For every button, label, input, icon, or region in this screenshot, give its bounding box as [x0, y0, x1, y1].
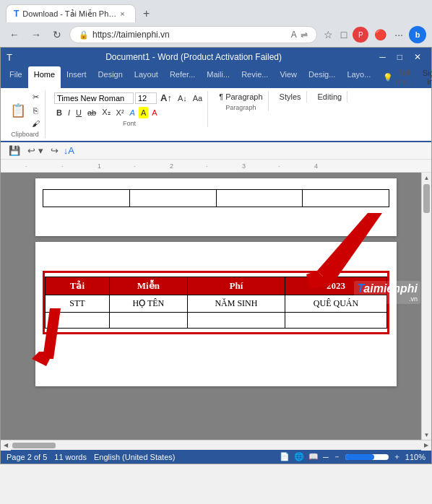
zoom-out-button[interactable]: － — [333, 451, 341, 462]
subheader-cell-1[interactable]: STT — [46, 295, 110, 313]
paste-button[interactable]: 📋 — [8, 101, 28, 120]
back-button[interactable]: ← — [6, 27, 23, 43]
scroll-down-button[interactable]: ▼ — [422, 430, 431, 440]
favorites-button[interactable]: ☆ — [321, 27, 335, 43]
sign-in-button[interactable]: Sign in — [423, 69, 432, 86]
bold-button[interactable]: B — [54, 107, 64, 118]
word-close-button[interactable]: ✕ — [410, 51, 425, 64]
italic-button[interactable]: I — [66, 107, 72, 118]
table-cell[interactable] — [303, 190, 389, 207]
empty-cell[interactable] — [109, 313, 187, 329]
word-minimize-button[interactable]: ─ — [375, 51, 390, 64]
tab-layout[interactable]: Layout — [129, 66, 164, 88]
tab-bar: T Download - Tải Miễn Phí VN - P... × + — [0, 0, 432, 22]
subheader-cell-3[interactable]: NĂM SINH — [187, 295, 285, 313]
increase-font-button[interactable]: A↑ — [158, 91, 174, 105]
vertical-scrollbar[interactable]: ▲ ▼ — [421, 173, 431, 440]
refresh-button[interactable]: ↻ — [49, 27, 65, 43]
horizontal-scrollbar[interactable]: ◀ ▶ — [1, 440, 431, 450]
superscript-button[interactable]: X² — [114, 107, 126, 118]
view-mode-print-button[interactable]: 📄 — [280, 452, 290, 461]
decrease-font-button[interactable]: A↓ — [176, 92, 189, 104]
main-table: Tải Miễn Phí 2023 STT HỌ TÊN NĂM SINH QU… — [45, 277, 387, 329]
address-bar[interactable]: 🔒 https://taimienphi.vn A ⇌ — [69, 26, 317, 43]
tab-home[interactable]: Home — [28, 66, 61, 88]
table-cell[interactable] — [216, 190, 303, 207]
zoom-in-button[interactable]: ＋ — [393, 451, 401, 462]
header-cell-3[interactable]: Phí — [187, 277, 285, 295]
word-window-controls: ─ □ ✕ — [375, 51, 425, 64]
word-document-title: Document1 - Word (Product Activation Fai… — [17, 52, 371, 62]
language-indicator[interactable]: English (United States) — [94, 453, 176, 461]
doc-scroll-area[interactable]: Tải Miễn Phí 2023 STT HỌ TÊN NĂM SINH QU… — [1, 173, 431, 440]
view-mode-read-button[interactable]: 📖 — [308, 452, 319, 461]
undo-button[interactable]: ↩ ▾ — [25, 144, 46, 157]
empty-cell[interactable] — [285, 313, 386, 329]
new-tab-button[interactable]: + — [139, 6, 154, 22]
reader-mode-icon[interactable]: A — [291, 30, 297, 40]
tab-view[interactable]: View — [274, 66, 303, 88]
underline-button[interactable]: U — [74, 107, 84, 118]
tab-file[interactable]: File — [4, 66, 28, 88]
table-cell[interactable] — [129, 190, 216, 207]
word-restore-button[interactable]: □ — [393, 51, 407, 64]
text-effects-button[interactable]: A — [128, 107, 137, 118]
clear-format-button[interactable]: Aa — [191, 92, 204, 104]
notification-button[interactable]: 🔴 — [372, 27, 389, 43]
menu-button[interactable]: ··· — [392, 27, 405, 43]
scroll-left-button[interactable]: ◀ — [1, 440, 11, 451]
bing-button[interactable]: b — [409, 26, 426, 43]
tab-design2[interactable]: Desig... — [303, 66, 341, 88]
table-row — [43, 190, 389, 207]
subscript-button[interactable]: X₂ — [100, 106, 112, 118]
tab-review[interactable]: Revie... — [236, 66, 274, 88]
format-painter-button[interactable]: 🖌 — [30, 118, 42, 129]
tab-favicon: T — [14, 9, 19, 19]
styles-button[interactable]: Styles — [277, 91, 303, 103]
subheader-cell-4[interactable]: QUÊ QUÁN — [285, 295, 386, 313]
tab-design[interactable]: Design — [92, 66, 129, 88]
quick-access-toolbar: 💾 ↩ ▾ ↪ ↓A — [1, 142, 431, 160]
table-cell[interactable] — [43, 190, 130, 207]
translate-icon[interactable]: ⇌ — [301, 30, 308, 40]
tab-references[interactable]: Refer... — [164, 66, 201, 88]
collections-button[interactable]: □ — [339, 27, 349, 43]
scroll-thumb[interactable] — [423, 184, 430, 213]
view-mode-web-button[interactable]: 🌐 — [294, 452, 304, 461]
font-color-button[interactable]: A — [150, 107, 159, 118]
tab-insert[interactable]: Insert — [61, 66, 92, 88]
cut-button[interactable]: ✂ — [30, 91, 42, 103]
tab-mailings[interactable]: Maili... — [201, 66, 236, 88]
editing-button[interactable]: Editing — [316, 91, 345, 103]
status-bar-right: 📄 🌐 📖 ─ － ＋ 110% — [280, 451, 425, 462]
empty-cell[interactable] — [46, 313, 110, 329]
strikethrough-button[interactable]: ab — [85, 107, 98, 118]
format-options-button[interactable]: ↓A — [64, 145, 74, 156]
tab-title: Download - Tải Miễn Phí VN - P... — [22, 9, 116, 19]
text-highlight-button[interactable]: A — [139, 107, 148, 118]
empty-cell[interactable] — [187, 313, 285, 329]
url-text: https://taimienphi.vn — [92, 30, 288, 40]
scroll-up-button[interactable]: ▲ — [422, 173, 431, 183]
font-name-input[interactable] — [54, 92, 134, 104]
header-cell-2[interactable]: Miễn — [109, 277, 187, 295]
tell-me-button[interactable]: 💡 Tell me... — [376, 66, 419, 88]
save-button[interactable]: 💾 — [7, 144, 22, 157]
copy-button[interactable]: ⎘ — [30, 105, 42, 116]
subheader-cell-2[interactable]: HỌ TÊN — [109, 295, 187, 313]
horizontal-scroll-thumb[interactable] — [12, 443, 56, 448]
paragraph-settings-button[interactable]: ¶ Paragraph — [217, 91, 264, 103]
profile-button[interactable]: P — [353, 27, 368, 43]
zoom-slider[interactable] — [345, 454, 389, 460]
forward-button[interactable]: → — [27, 27, 45, 43]
lock-icon: 🔒 — [79, 30, 89, 40]
tab-close-button[interactable]: × — [120, 9, 124, 18]
ribbon-content: 📋 ✂ ⎘ 🖌 Clipboard A↑ A↓ Aa — [1, 88, 431, 142]
browser-tab[interactable]: T Download - Tải Miễn Phí VN - P... × — [6, 4, 136, 22]
tab-layout2[interactable]: Layo... — [341, 66, 376, 88]
redo-button[interactable]: ↪ — [48, 144, 61, 157]
font-size-input[interactable] — [135, 92, 157, 104]
header-cell-1[interactable]: Tải — [46, 277, 110, 295]
header-cell-4[interactable]: 2023 — [285, 277, 386, 295]
scroll-right-button[interactable]: ▶ — [421, 440, 431, 451]
